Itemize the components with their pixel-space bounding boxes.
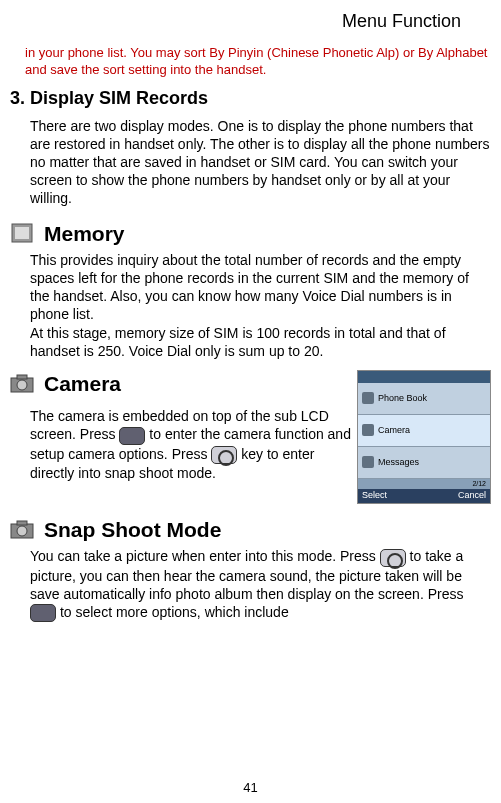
- intro-red-text: in your phone list. You may sort By Piny…: [10, 45, 491, 79]
- snap-heading-row: Snap Shoot Mode: [10, 516, 491, 543]
- phone-item-label: Messages: [378, 457, 419, 469]
- ok-key-icon: [211, 446, 237, 464]
- page-header: Menu Function: [10, 10, 491, 33]
- phone-menu-item: Messages: [358, 447, 490, 479]
- memory-title: Memory: [44, 220, 125, 247]
- phone-menu-screenshot: Phone Book Camera Messages 2/12 Select C…: [357, 370, 491, 504]
- phone-left-softkey: Select: [362, 490, 387, 502]
- phone-softkey-bar: Select Cancel: [358, 489, 490, 503]
- ok-key-icon: [380, 549, 406, 567]
- page-number: 41: [0, 780, 501, 797]
- svg-point-6: [17, 526, 27, 536]
- phone-scroll-indicator: 2/12: [358, 479, 490, 489]
- phone-status-bar: [358, 371, 490, 383]
- memory-icon: [10, 222, 34, 244]
- snap-title: Snap Shoot Mode: [44, 516, 221, 543]
- phone-menu-item: Phone Book: [358, 383, 490, 415]
- phone-item-label: Phone Book: [378, 393, 427, 405]
- svg-rect-4: [17, 375, 27, 379]
- camera-title: Camera: [44, 370, 121, 397]
- section-3-heading: 3. Display SIM Records: [10, 87, 491, 110]
- svg-point-3: [17, 380, 27, 390]
- snap-icon: [10, 519, 34, 541]
- snap-text-1: You can take a picture when enter into t…: [30, 548, 380, 564]
- snap-text-3: to select more options, which include: [56, 604, 289, 620]
- soft-key-icon: [119, 427, 145, 445]
- phone-right-softkey: Cancel: [458, 490, 486, 502]
- soft-key-icon: [30, 604, 56, 622]
- camera-heading-row: Camera: [10, 370, 351, 397]
- snap-body: You can take a picture when enter into t…: [10, 547, 491, 622]
- svg-rect-1: [15, 227, 29, 239]
- memory-body-1: This provides inquiry about the total nu…: [10, 251, 491, 324]
- memory-heading-row: Memory: [10, 220, 491, 247]
- section-3-body: There are two display modes. One is to d…: [10, 117, 491, 208]
- phone-item-label: Camera: [378, 425, 410, 437]
- phone-messages-icon: [362, 456, 374, 468]
- phone-menu-item: Camera: [358, 415, 490, 447]
- camera-body: The camera is embedded on top of the sub…: [30, 407, 351, 482]
- svg-rect-7: [17, 521, 27, 525]
- phone-camera-icon: [362, 424, 374, 436]
- phonebook-icon: [362, 392, 374, 404]
- memory-body-2: At this stage, memory size of SIM is 100…: [10, 324, 491, 360]
- camera-icon: [10, 373, 34, 395]
